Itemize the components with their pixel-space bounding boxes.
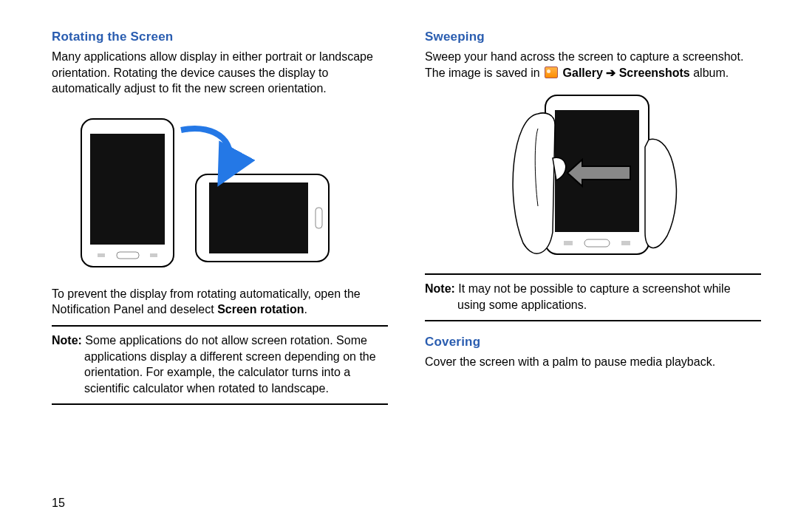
- rotating-note-text: Note: Some applications do not allow scr…: [52, 332, 388, 396]
- svg-rect-12: [621, 241, 630, 245]
- sweeping-figure: [425, 88, 761, 265]
- sweeping-note-block: Note: It may not be possible to capture …: [425, 273, 761, 321]
- rotating-figure: [52, 104, 388, 277]
- gallery-bold: Gallery: [563, 66, 603, 79]
- text-segment: .: [304, 303, 307, 316]
- rotating-prevent-text: To prevent the display from rotating aut…: [52, 286, 388, 318]
- rotating-intro-text: Many applications allow display in eithe…: [52, 49, 388, 97]
- manual-page: Rotating the Screen Many applications al…: [0, 0, 798, 532]
- svg-rect-10: [584, 239, 610, 247]
- text-segment: To prevent the display from rotating aut…: [52, 287, 361, 316]
- note-continuation: using some applications.: [457, 297, 761, 313]
- heading-rotating: Rotating the Screen: [52, 30, 388, 44]
- note-line1: Some applications do not allow screen ro…: [82, 334, 367, 347]
- svg-rect-7: [316, 208, 322, 228]
- screenshots-bold: Screenshots: [619, 66, 690, 79]
- page-number: 15: [52, 497, 65, 510]
- svg-rect-11: [564, 241, 573, 245]
- note-line1: It may not be possible to capture a scre…: [455, 282, 731, 295]
- covering-text: Cover the screen with a palm to pause me…: [425, 354, 761, 370]
- arrow-icon: ➔: [603, 66, 619, 79]
- note-label: Note:: [425, 282, 455, 295]
- rotating-note-block: Note: Some applications do not allow scr…: [52, 325, 388, 405]
- right-column: Sweeping Sweep your hand across the scre…: [425, 30, 761, 532]
- left-column: Rotating the Screen Many applications al…: [52, 30, 388, 532]
- note-label: Note:: [52, 334, 82, 347]
- sweeping-note-text: Note: It may not be possible to capture …: [425, 281, 761, 313]
- svg-rect-6: [209, 183, 308, 253]
- gallery-icon: [545, 66, 558, 78]
- svg-rect-1: [90, 134, 165, 245]
- sweep-illustration-svg: [497, 88, 689, 262]
- svg-rect-3: [98, 253, 105, 257]
- heading-sweeping: Sweeping: [425, 30, 761, 44]
- screen-rotation-bold: Screen rotation: [217, 303, 304, 316]
- svg-rect-4: [150, 253, 157, 257]
- rotation-illustration-svg: [52, 104, 332, 274]
- text-segment: album.: [690, 66, 729, 79]
- svg-rect-2: [117, 252, 139, 259]
- heading-covering: Covering: [425, 335, 761, 349]
- sweeping-text: Sweep your hand across the screen to cap…: [425, 49, 761, 81]
- note-continuation: applications display a different screen …: [84, 349, 388, 397]
